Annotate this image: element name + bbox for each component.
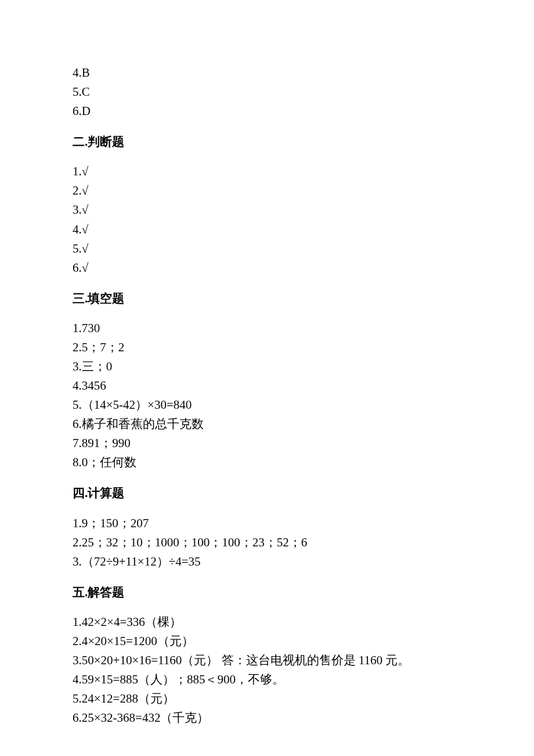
answer-item: 2.√	[73, 182, 461, 200]
answer-item: 1.9；150；207	[73, 514, 461, 532]
answer-item: 7.891；990	[73, 434, 461, 452]
answer-item: 2.4×20×15=1200（元）	[73, 632, 461, 650]
answer-item: 3.（72÷9+11×12）÷4=35	[73, 553, 461, 571]
section-1-remaining-answers: 4.B 5.C 6.D	[73, 64, 461, 120]
answer-item: 6.橘子和香蕉的总千克数	[73, 415, 461, 433]
answer-item: 3.√	[73, 201, 461, 219]
section-2-answers: 1.√ 2.√ 3.√ 4.√ 5.√ 6.√	[73, 163, 461, 276]
section-4-answers: 1.9；150；207 2.25；32；10；1000；100；100；23；5…	[73, 514, 461, 571]
answer-item: 5.C	[73, 83, 461, 101]
section-3-heading: 三.填空题	[73, 290, 461, 308]
answer-item: 2.25；32；10；1000；100；100；23；52；6	[73, 534, 461, 552]
answer-item: 6.√	[73, 259, 461, 277]
section-5-answers: 1.42×2×4=336（棵） 2.4×20×15=1200（元） 3.50×2…	[73, 613, 461, 727]
answer-item: 4.59×15=885（人）；885＜900，不够。	[73, 671, 461, 689]
answer-item: 6.25×32-368=432（千克）	[73, 709, 461, 727]
answer-item: 4.3456	[73, 377, 461, 395]
answer-item: 3.三；0	[73, 358, 461, 376]
answer-item: 1.√	[73, 163, 461, 181]
answer-item: 5.√	[73, 240, 461, 258]
section-5-heading: 五.解答题	[73, 584, 461, 602]
answer-item: 6.D	[73, 102, 461, 120]
section-3-answers: 1.730 2.5；7；2 3.三；0 4.3456 5.（14×5-42）×3…	[73, 319, 461, 472]
answer-item: 3.50×20+10×16=1160（元） 答：这台电视机的售价是 1160 元…	[73, 651, 461, 669]
answer-item: 1.42×2×4=336（棵）	[73, 613, 461, 631]
answer-item: 4.B	[73, 64, 461, 82]
answer-item: 8.0；任何数	[73, 453, 461, 471]
section-2-heading: 二.判断题	[73, 133, 461, 151]
answer-item: 1.730	[73, 319, 461, 337]
section-4-heading: 四.计算题	[73, 484, 461, 502]
answer-item: 4.√	[73, 221, 461, 239]
answer-item: 5.（14×5-42）×30=840	[73, 396, 461, 414]
answer-item: 5.24×12=288（元）	[73, 690, 461, 708]
answer-item: 2.5；7；2	[73, 339, 461, 357]
